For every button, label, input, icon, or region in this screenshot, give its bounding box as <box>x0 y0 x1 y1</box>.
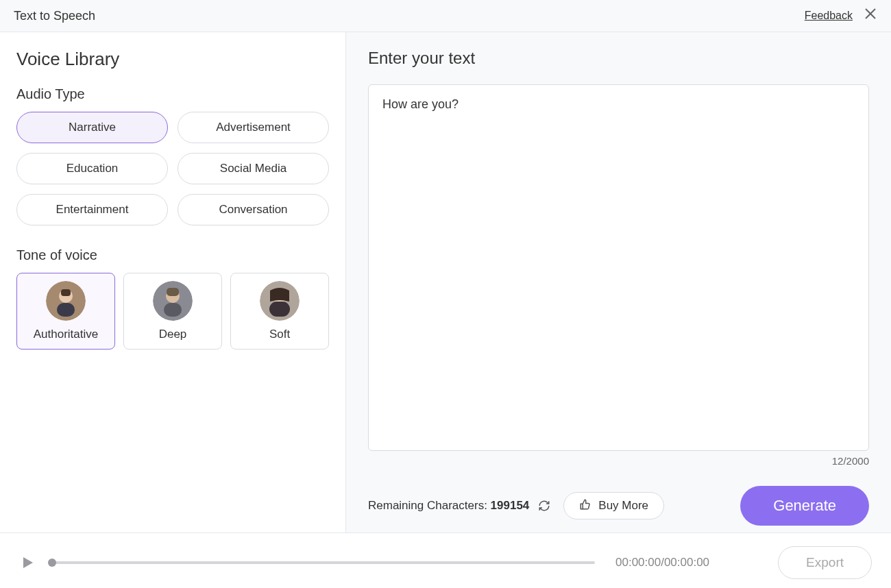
tone-label: Soft <box>269 328 290 341</box>
audio-type-advertisement[interactable]: Advertisement <box>178 112 329 143</box>
header: Text to Speech Feedback <box>0 0 891 32</box>
audio-type-conversation[interactable]: Conversation <box>178 194 329 225</box>
content-area: Enter your text 12/2000 Remaining Charac… <box>346 32 891 532</box>
progress-handle[interactable] <box>48 559 56 567</box>
remaining-chars-value: 199154 <box>491 499 530 512</box>
audio-type-education[interactable]: Education <box>16 153 168 184</box>
feedback-link[interactable]: Feedback <box>805 10 853 22</box>
svg-rect-8 <box>164 303 182 317</box>
play-icon[interactable] <box>19 553 38 572</box>
generate-button[interactable]: Generate <box>740 486 869 526</box>
audio-player: 00:00:00/00:00:00 Export <box>0 532 891 588</box>
buy-more-button[interactable]: Buy More <box>563 492 664 519</box>
tone-authoritative[interactable]: Authoritative <box>16 273 115 350</box>
time-display: 00:00:00/00:00:00 <box>615 556 709 569</box>
refresh-icon[interactable] <box>537 499 551 513</box>
audio-type-entertainment[interactable]: Entertainment <box>16 194 168 225</box>
avatar-authoritative <box>46 281 86 321</box>
tone-label: Deep <box>159 328 187 341</box>
progress-bar[interactable] <box>52 561 595 564</box>
text-input[interactable] <box>368 84 869 451</box>
svg-rect-12 <box>269 302 290 317</box>
sidebar: Voice Library Audio Type Narrative Adver… <box>0 32 346 532</box>
svg-rect-9 <box>167 288 179 296</box>
voice-library-title: Voice Library <box>16 49 329 70</box>
tone-label: Authoritative <box>34 328 99 341</box>
svg-rect-4 <box>57 303 75 317</box>
avatar-deep <box>153 281 193 321</box>
remaining-chars-label: Remaining Characters: 199154 <box>368 499 529 513</box>
tone-deep[interactable]: Deep <box>123 273 222 350</box>
audio-type-social-media[interactable]: Social Media <box>178 153 329 184</box>
enter-text-label: Enter your text <box>368 49 869 68</box>
close-icon[interactable] <box>864 7 877 25</box>
audio-type-label: Audio Type <box>16 86 329 102</box>
audio-type-narrative[interactable]: Narrative <box>16 112 168 143</box>
char-counter: 12/2000 <box>832 455 869 467</box>
export-button[interactable]: Export <box>778 546 872 579</box>
tone-of-voice-label: Tone of voice <box>16 247 329 263</box>
thumbs-up-icon <box>579 498 591 514</box>
avatar-soft <box>260 281 300 321</box>
app-title: Text to Speech <box>14 9 95 23</box>
tone-soft[interactable]: Soft <box>230 273 329 350</box>
svg-rect-5 <box>61 289 71 296</box>
